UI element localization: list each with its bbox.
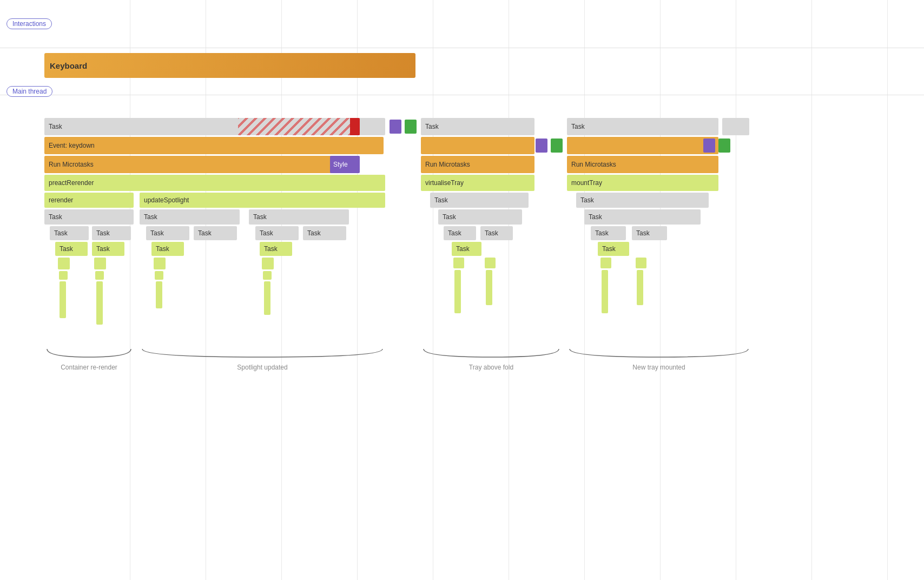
main-thread-badge[interactable]: Main thread (6, 86, 52, 97)
task-sub-8-label: Task (260, 229, 273, 237)
bar-vt-2 (486, 270, 492, 305)
task-sub-3: Task (249, 209, 349, 225)
task-sub-mt-5: Task (598, 242, 629, 256)
brace-container-rerender-label: Container re-render (44, 364, 134, 371)
style-button-block: Style (330, 156, 360, 173)
interactions-badge[interactable]: Interactions (6, 18, 52, 29)
tiny-4 (263, 271, 272, 280)
h-rule-main (0, 95, 924, 95)
mini-vt-1 (453, 258, 464, 268)
small-green-3 (718, 139, 730, 153)
grid-line (736, 0, 736, 580)
task-sub-mt-3: Task (591, 226, 626, 240)
mini-mt-1 (600, 258, 611, 268)
mini-4 (262, 258, 274, 269)
small-green-2 (551, 139, 563, 153)
mini-1 (58, 258, 70, 269)
task-sub-vt-2: Task (438, 209, 522, 225)
task-sub-l5-3-label: Task (156, 245, 169, 253)
task-sub-vt-5: Task (452, 242, 481, 256)
task-sub-mt-5-label: Task (602, 245, 616, 253)
task-sub-6: Task (146, 226, 189, 240)
task-sub-3-label: Task (253, 213, 267, 221)
small-purple-3 (703, 139, 715, 153)
task-sub-5: Task (92, 226, 131, 240)
grid-line (660, 0, 661, 580)
rerender-label: rerender (49, 196, 73, 204)
event-keydown-label: Event: keydown (49, 142, 95, 149)
grid-line (130, 0, 130, 580)
task-sub-1-label: Task (49, 213, 62, 221)
task-sub-6-label: Task (150, 229, 164, 237)
task-sub-mt-2: Task (584, 209, 701, 225)
task-sub-vt-4-label: Task (485, 229, 498, 237)
task-sub-l5-3: Task (151, 242, 184, 256)
task-block-3: Task (567, 118, 718, 135)
task-sub-vt-2-label: Task (443, 213, 456, 221)
grid-line (357, 0, 358, 580)
bar-vt-1 (454, 270, 461, 313)
orange-bar-2 (421, 137, 534, 154)
mini-mt-2 (636, 258, 646, 268)
hatch-red-end (350, 118, 360, 135)
task-hatched-overlay (238, 118, 360, 135)
bar-mt-1 (602, 270, 608, 313)
run-microtasks-3-label: Run Microtasks (571, 161, 616, 168)
bar-1 (60, 281, 66, 318)
task-sub-l5-4-label: Task (264, 245, 278, 253)
orange-bar-3 (567, 137, 718, 154)
virtualise-tray-block: virtualiseTray (421, 175, 534, 191)
task-2-label: Task (425, 123, 439, 130)
task-sub-l5-2: Task (92, 242, 124, 256)
task-sub-1: Task (44, 209, 134, 225)
small-green-1 (405, 120, 417, 134)
task-sub-mt-1-label: Task (580, 196, 594, 204)
mini-vt-2 (485, 258, 496, 268)
task-sub-mt-4: Task (632, 226, 667, 240)
h-rule-interactions (0, 48, 924, 48)
grid-line (206, 0, 206, 580)
task-sub-5-label: Task (96, 229, 110, 237)
grid-line (509, 0, 509, 580)
grid-lines (0, 0, 924, 580)
task-sub-4-label: Task (54, 229, 68, 237)
task-sub-l5-1-label: Task (60, 245, 73, 253)
main-thread-label[interactable]: Main thread (6, 86, 52, 97)
brace-new-tray-mounted (567, 346, 751, 362)
hatch-pattern (238, 118, 360, 135)
brace-new-tray-mounted-label: New tray mounted (567, 364, 751, 371)
run-microtasks-3-block: Run Microtasks (567, 156, 718, 173)
task-sub-l5-4: Task (260, 242, 292, 256)
task-sub-4: Task (50, 226, 89, 240)
task-sub-7: Task (194, 226, 237, 240)
bar-mt-2 (637, 270, 643, 305)
event-keydown-block: Event: keydown (44, 137, 384, 154)
task-block-partial (722, 118, 749, 135)
task-sub-l5-1: Task (55, 242, 88, 256)
page-container: Interactions Keyboard Main thread Task E… (0, 0, 924, 580)
tiny-1 (59, 271, 68, 280)
brace-tray-above-fold (421, 346, 562, 362)
tiny-2 (95, 271, 104, 280)
brace-spotlight-updated (140, 346, 385, 362)
task-sub-vt-4: Task (480, 226, 513, 240)
mount-tray-block: mountTray (567, 175, 718, 191)
task-sub-vt-3-label: Task (448, 229, 461, 237)
update-spotlight-label: updateSpotlight (144, 196, 189, 204)
keyboard-bar: Keyboard (44, 53, 415, 78)
grid-line (281, 0, 282, 580)
interactions-label[interactable]: Interactions (6, 18, 52, 29)
update-spotlight-block: updateSpotlight (140, 193, 385, 208)
task-sub-l5-2-label: Task (96, 245, 110, 253)
task-sub-mt-1: Task (576, 193, 709, 208)
small-purple-1 (390, 120, 401, 134)
brace-spotlight-updated-label: Spotlight updated (140, 364, 385, 371)
mount-tray-label: mountTray (571, 179, 602, 187)
task-sub-8: Task (255, 226, 299, 240)
task-sub-2: Task (140, 209, 240, 225)
task-sub-vt-1: Task (430, 193, 529, 208)
task-block-2: Task (421, 118, 534, 135)
bar-4 (264, 281, 270, 315)
tiny-3 (155, 271, 163, 280)
preact-rerender-label: preactRerender (49, 179, 94, 187)
